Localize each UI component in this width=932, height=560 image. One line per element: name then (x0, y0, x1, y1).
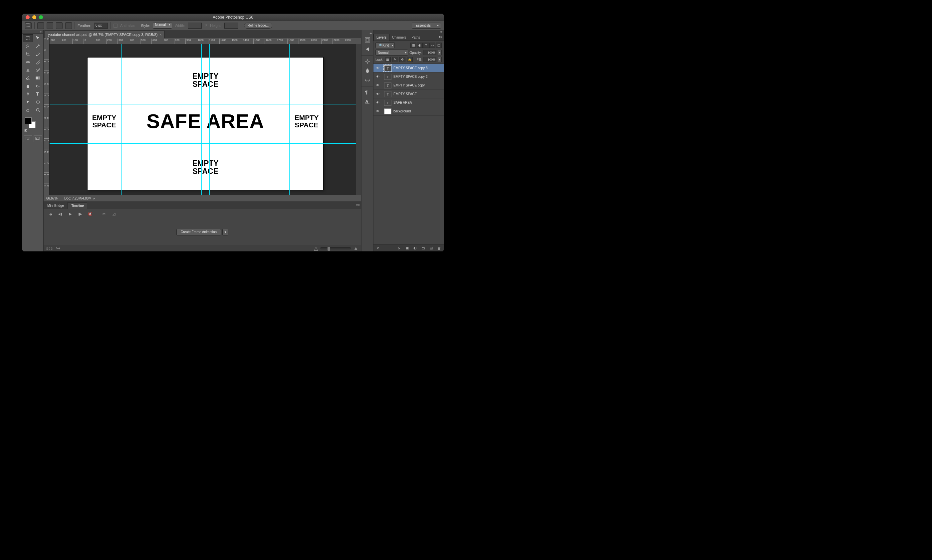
new-layer-icon[interactable]: ▤ (428, 246, 434, 250)
guide-v[interactable] (201, 44, 202, 195)
timeline-zoom-slider[interactable] (321, 248, 350, 249)
layer-thumbnail[interactable]: T (384, 74, 392, 80)
adjustment-layer-icon[interactable]: ◐ (412, 246, 418, 250)
lock-pixels-icon[interactable]: ✎ (392, 57, 398, 62)
quickmask-icon[interactable] (24, 135, 32, 142)
layer-name[interactable]: EMPTY SPACE copy 3 (393, 66, 444, 70)
workspace-switcher[interactable]: Essentials (412, 23, 441, 29)
guide-v[interactable] (289, 44, 290, 195)
layer-name[interactable]: SAFE AREA (393, 101, 444, 105)
create-frame-animation-button[interactable]: Create Frame Animation (176, 229, 221, 235)
history-brush-tool[interactable] (33, 66, 43, 74)
layer-row[interactable]: 👁TEMPTY SPACE copy 3 (373, 64, 444, 72)
blend-mode-select[interactable]: Normal (375, 49, 408, 55)
doc-size[interactable]: Doc: 7.23M/4.88M (64, 197, 91, 200)
layer-row[interactable]: 👁TEMPTY SPACE (373, 90, 444, 98)
filter-shape-icon[interactable]: ▭ (429, 43, 435, 48)
vertical-ruler[interactable]: 1 0 001 0 02 0 03 0 04 0 05 0 06 0 07 0 … (43, 38, 49, 195)
tab-channels[interactable]: Channels (389, 34, 409, 41)
actions-panel-icon[interactable] (363, 45, 372, 54)
guide-v[interactable] (209, 44, 210, 195)
visibility-toggle-icon[interactable]: 👁 (373, 72, 382, 81)
filter-smart-icon[interactable]: ◫ (436, 43, 442, 48)
layer-filter-select[interactable]: 🔎Kind (375, 42, 395, 48)
zoom-tool[interactable] (33, 106, 43, 114)
layer-row[interactable]: 👁TEMPTY SPACE copy 2 (373, 72, 444, 81)
prev-frame-icon[interactable]: ◂▮ (57, 211, 63, 217)
visibility-toggle-icon[interactable]: 👁 (373, 90, 382, 98)
refine-edge-button[interactable]: Refine Edge... (244, 23, 272, 29)
audio-mute-icon[interactable]: 🔇 (87, 211, 94, 217)
zoom-level[interactable]: 66.67% (46, 197, 57, 200)
canvas[interactable]: EMPTY SPACE EMPTY SPACE EMPTY SPACE EMPT… (49, 44, 361, 195)
crop-tool[interactable] (23, 50, 33, 58)
fill-input[interactable] (423, 57, 437, 62)
layer-thumbnail[interactable]: T (384, 91, 392, 97)
guide-v[interactable] (278, 44, 278, 195)
tab-timeline[interactable]: Timeline (68, 202, 87, 209)
eraser-tool[interactable] (23, 74, 33, 82)
scissors-icon[interactable]: ✂ (100, 211, 107, 217)
opacity-scrubber-icon[interactable]: ▾ (438, 50, 442, 55)
filter-type-icon[interactable]: T (423, 43, 429, 48)
marquee-tool[interactable] (23, 34, 33, 42)
timeline-options-icon[interactable]: ▯▯▯ (46, 247, 53, 250)
color-swatches[interactable]: ◩ (24, 117, 42, 132)
panel-menu-icon[interactable]: ▾≡ (356, 203, 360, 207)
status-flyout-icon[interactable]: ▸ (94, 197, 95, 200)
layer-thumbnail[interactable]: T (384, 83, 392, 88)
guide-h[interactable] (49, 143, 361, 144)
path-selection-tool[interactable] (23, 98, 33, 106)
lock-position-icon[interactable]: ✥ (400, 57, 406, 62)
visibility-toggle-icon[interactable]: 👁 (373, 98, 382, 107)
fill-scrubber-icon[interactable]: ▾ (438, 57, 442, 62)
layer-row[interactable]: 👁TEMPTY SPACE copy (373, 81, 444, 90)
delete-layer-icon[interactable]: 🗑 (437, 246, 442, 250)
character-panel-icon[interactable]: A (363, 97, 372, 106)
first-frame-icon[interactable]: ⏮ (47, 211, 54, 217)
dock-collapse-icon[interactable]: ◂◂ (361, 32, 373, 35)
transition-icon[interactable]: ◿ (111, 211, 117, 217)
next-frame-icon[interactable]: ▮▸ (77, 211, 83, 217)
guide-h[interactable] (49, 104, 361, 105)
visibility-toggle-icon[interactable]: 👁 (373, 81, 382, 89)
dodge-tool[interactable] (33, 82, 43, 90)
lock-all-icon[interactable]: 🔒 (407, 57, 413, 62)
move-tool[interactable] (33, 34, 43, 42)
gradient-tool[interactable] (33, 74, 43, 82)
close-tab-icon[interactable]: × (159, 32, 161, 37)
shape-tool[interactable] (33, 98, 43, 106)
visibility-toggle-icon[interactable]: 👁 (373, 64, 382, 72)
layer-row[interactable]: 👁TSAFE AREA (373, 98, 444, 107)
selection-new-icon[interactable] (37, 22, 44, 29)
layer-thumbnail[interactable] (384, 108, 392, 114)
default-colors-icon[interactable]: ◩ (24, 129, 27, 132)
properties-panel-icon[interactable] (363, 57, 372, 66)
selection-intersect-icon[interactable] (65, 22, 72, 29)
new-group-icon[interactable]: 🗀 (420, 246, 426, 250)
layer-fx-icon[interactable]: fx (397, 246, 402, 250)
layer-thumbnail[interactable]: T (384, 65, 392, 71)
history-panel-icon[interactable] (363, 35, 372, 44)
link-layers-icon[interactable]: ⌀ (375, 246, 381, 250)
style-select[interactable]: Normal (153, 23, 172, 29)
opacity-input[interactable] (423, 50, 437, 55)
selection-subtract-icon[interactable] (56, 22, 63, 29)
filter-adjust-icon[interactable]: ◐ (417, 43, 423, 48)
lock-transparency-icon[interactable]: ▦ (385, 57, 391, 62)
guide-v[interactable] (122, 44, 122, 195)
vertical-scrollbar[interactable] (356, 44, 361, 195)
tab-paths[interactable]: Paths (409, 34, 423, 41)
layers-collapse-icon[interactable]: ▸▸ (373, 30, 444, 34)
guide-h[interactable] (49, 183, 361, 183)
layer-name[interactable]: background (393, 109, 444, 113)
horizontal-ruler[interactable]: 3002001000100200300400500600700800900100… (49, 38, 361, 44)
lasso-tool[interactable] (23, 42, 33, 50)
clone-stamp-tool[interactable] (23, 66, 33, 74)
create-frame-dropdown[interactable]: ▼ (222, 229, 228, 235)
feather-input[interactable] (94, 23, 108, 29)
foreground-color-swatch[interactable] (25, 117, 32, 124)
pen-tool[interactable] (23, 90, 33, 98)
layer-thumbnail[interactable]: T (384, 100, 392, 106)
paragraph-panel-icon[interactable]: ¶ (363, 88, 372, 97)
